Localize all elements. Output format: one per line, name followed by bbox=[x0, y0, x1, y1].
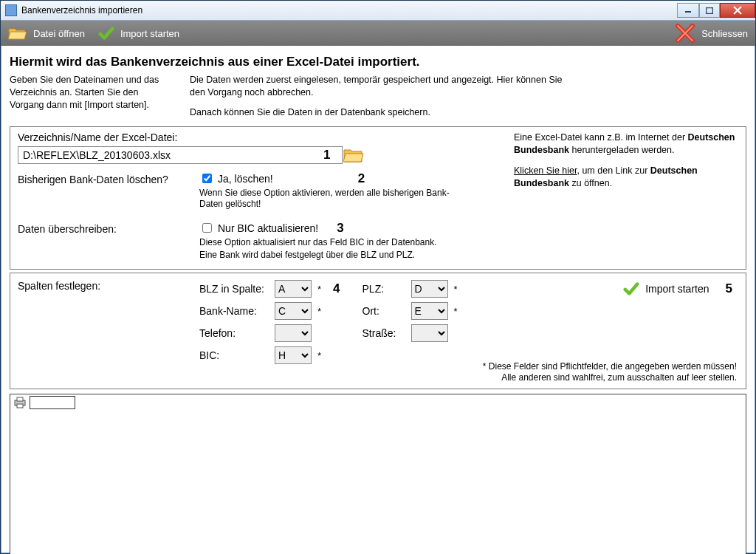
minimize-button[interactable] bbox=[677, 3, 699, 18]
print-field[interactable] bbox=[30, 396, 75, 409]
badge-1: 1 bbox=[323, 148, 330, 163]
close-x-icon bbox=[675, 23, 695, 44]
minimize-icon bbox=[684, 7, 692, 13]
start-import-label: Import starten bbox=[120, 28, 179, 39]
browse-folder-icon[interactable] bbox=[343, 147, 364, 163]
blz-column-select[interactable]: A bbox=[275, 280, 312, 298]
svg-rect-0 bbox=[685, 11, 691, 13]
bundesbank-link[interactable]: Klicken Sie hier bbox=[514, 165, 577, 176]
window-title: Bankenverzeichnis importieren bbox=[21, 5, 142, 16]
svg-rect-3 bbox=[17, 397, 23, 401]
bic-column-select[interactable]: H bbox=[275, 346, 312, 364]
ort-column-select[interactable]: E bbox=[411, 302, 448, 320]
badge-4: 4 bbox=[333, 281, 340, 296]
file-options-panel: Eine Excel-Datei kann z.B. im Internet d… bbox=[10, 126, 746, 270]
toolbar: Datei öffnen Import starten Schliessen bbox=[1, 21, 755, 46]
titlebar[interactable]: Bankenverzeichnis importieren bbox=[1, 1, 755, 21]
check-icon bbox=[623, 281, 639, 297]
maximize-icon bbox=[706, 7, 713, 14]
app-icon bbox=[5, 4, 17, 16]
intro-right-2: Danach können Sie die Daten in der Daten… bbox=[190, 106, 574, 119]
results-area bbox=[10, 394, 746, 554]
plz-column-select[interactable]: D bbox=[411, 280, 448, 298]
delete-checkbox[interactable] bbox=[202, 174, 212, 183]
start-import-inline-button[interactable]: Import starten 5 bbox=[623, 281, 732, 297]
check-icon bbox=[98, 25, 114, 41]
columns-label: Spalten festlegen: bbox=[18, 278, 199, 292]
overwrite-checkbox[interactable] bbox=[202, 223, 212, 233]
delete-hint: Wenn Sie diese Option aktivieren, werden… bbox=[199, 188, 450, 211]
page-heading: Hiermit wird das Bankenverzeichnis aus e… bbox=[10, 55, 746, 69]
required-note: * Diese Felder sind Pflichtfelder, die a… bbox=[483, 361, 737, 384]
close-label: Schliessen bbox=[701, 28, 748, 39]
start-import-button[interactable]: Import starten bbox=[98, 25, 179, 41]
overwrite-label: Daten überschreiben: bbox=[18, 221, 199, 235]
columns-panel: Import starten 5 Spalten festlegen: BLZ … bbox=[10, 273, 746, 389]
window-close-button[interactable] bbox=[720, 3, 755, 18]
badge-3: 3 bbox=[337, 221, 343, 236]
close-icon bbox=[733, 6, 742, 15]
open-file-button[interactable]: Datei öffnen bbox=[8, 26, 85, 41]
overwrite-cb-label: Nur BIC aktualisieren! bbox=[218, 222, 318, 234]
app-window: Bankenverzeichnis importieren Datei öffn… bbox=[0, 0, 756, 554]
intro-left: Geben Sie den Dateinamen und das Verzeic… bbox=[10, 74, 172, 119]
bundesbank-info: Eine Excel-Datei kann z.B. im Internet d… bbox=[514, 131, 735, 191]
svg-rect-4 bbox=[17, 404, 23, 408]
svg-rect-1 bbox=[707, 7, 713, 13]
close-button[interactable]: Schliessen bbox=[675, 23, 748, 44]
badge-2: 2 bbox=[358, 171, 365, 186]
badge-5: 5 bbox=[726, 281, 732, 296]
start-import-inline-label: Import starten bbox=[645, 283, 709, 295]
intro-right-1: Die Daten werden zuerst eingelesen, temp… bbox=[190, 74, 574, 99]
maximize-button[interactable] bbox=[699, 3, 720, 18]
printer-icon[interactable] bbox=[13, 397, 27, 408]
telefon-column-select[interactable] bbox=[275, 324, 312, 342]
overwrite-hint1: Diese Option aktualisiert nur das Feld B… bbox=[199, 237, 437, 249]
delete-cb-label: Ja, löschen! bbox=[218, 173, 273, 185]
overwrite-hint2: Eine Bank wird dabei festgelegt über die… bbox=[199, 250, 437, 261]
open-file-label: Datei öffnen bbox=[33, 28, 85, 39]
intro-right: Die Daten werden zuerst eingelesen, temp… bbox=[190, 74, 574, 119]
file-path-input[interactable] bbox=[18, 146, 343, 164]
delete-label: Bisherigen Bank-Daten löschen? bbox=[18, 171, 199, 185]
strasse-column-select[interactable] bbox=[411, 324, 448, 342]
folder-open-icon bbox=[8, 26, 27, 41]
bankname-column-select[interactable]: C bbox=[275, 302, 312, 320]
